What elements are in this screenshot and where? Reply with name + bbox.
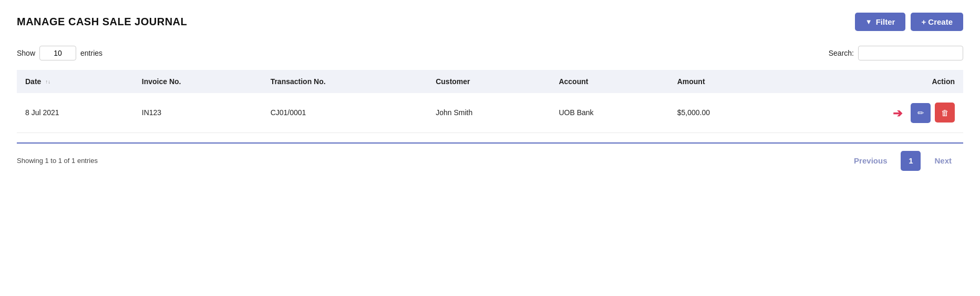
table-row: 8 Jul 2021 IN123 CJ01/0001 John Smith UO… (17, 93, 963, 132)
show-entries-input[interactable]: 10 (39, 46, 76, 60)
col-header-date: Date ↑↓ (17, 70, 133, 93)
cell-date: 8 Jul 2021 (17, 93, 133, 132)
next-button[interactable]: Next (923, 151, 963, 170)
arrow-right-icon: ➔ (893, 107, 902, 120)
show-entries-control: Show 10 entries (17, 46, 102, 60)
filter-button[interactable]: ▼ Filter (855, 13, 906, 31)
cell-account: UOB Bank (550, 93, 668, 132)
table-header-row: Date ↑↓ Invoice No. Transaction No. Cust… (17, 70, 963, 93)
previous-button[interactable]: Previous (842, 151, 899, 170)
entries-label: entries (80, 49, 102, 57)
delete-button[interactable]: 🗑 (935, 103, 955, 123)
search-label: Search: (829, 49, 854, 57)
col-header-action: Action (782, 70, 963, 93)
col-header-account: Account (550, 70, 668, 93)
col-header-transaction: Transaction No. (262, 70, 428, 93)
create-button[interactable]: + Create (911, 13, 963, 31)
cell-transaction: CJ01/0001 (262, 93, 428, 132)
cell-amount: $5,000.00 (669, 93, 782, 132)
filter-icon: ▼ (865, 18, 872, 26)
col-header-customer: Customer (427, 70, 550, 93)
pagination: Previous 1 Next (842, 151, 963, 171)
edit-button[interactable]: ✏ (911, 103, 931, 123)
col-header-invoice: Invoice No. (133, 70, 262, 93)
cell-invoice: IN123 (133, 93, 262, 132)
cell-customer: John Smith (427, 93, 550, 132)
col-header-amount: Amount (669, 70, 782, 93)
search-row: Search: (829, 46, 963, 60)
sort-icon-date[interactable]: ↑↓ (45, 79, 50, 85)
current-page-button[interactable]: 1 (901, 151, 921, 171)
show-label: Show (17, 49, 35, 57)
search-input[interactable] (858, 46, 963, 60)
controls-row: Show 10 entries Search: (17, 46, 963, 60)
delete-icon: 🗑 (941, 108, 949, 117)
cash-sale-table: Date ↑↓ Invoice No. Transaction No. Cust… (17, 70, 963, 133)
page-title: MANAGE CASH SALE JOURNAL (17, 16, 187, 28)
footer-row: Showing 1 to 1 of 1 entries Previous 1 N… (17, 142, 963, 174)
page-header: MANAGE CASH SALE JOURNAL ▼ Filter + Crea… (17, 13, 963, 31)
header-buttons: ▼ Filter + Create (855, 13, 963, 31)
cell-action: ➔ ✏ 🗑 (782, 93, 963, 132)
showing-text: Showing 1 to 1 of 1 entries (17, 157, 98, 165)
edit-icon: ✏ (917, 108, 924, 118)
